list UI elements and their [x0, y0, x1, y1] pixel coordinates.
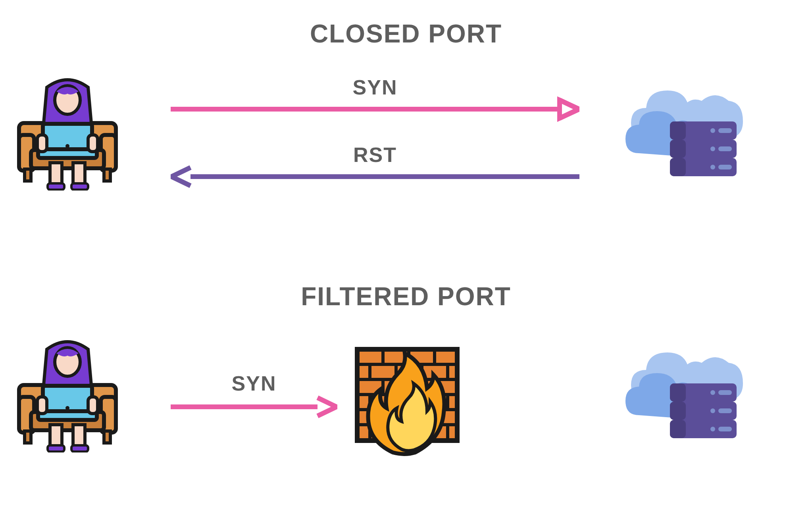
rst-label-closed: RST	[171, 143, 579, 167]
svg-rect-16	[88, 135, 98, 152]
client-icon	[12, 337, 123, 452]
svg-point-20	[710, 128, 715, 133]
svg-point-83	[710, 427, 715, 431]
rst-arrow-closed	[171, 163, 579, 191]
svg-rect-82	[718, 408, 732, 413]
svg-rect-41	[71, 445, 88, 452]
svg-rect-8	[48, 183, 64, 190]
svg-point-22	[710, 146, 715, 151]
firewall-icon	[345, 345, 464, 456]
svg-rect-27	[670, 140, 686, 158]
svg-rect-47	[37, 397, 47, 414]
syn-arrow-filtered	[171, 393, 337, 421]
svg-rect-26	[670, 121, 686, 140]
svg-rect-25	[718, 165, 732, 169]
svg-point-24	[710, 165, 715, 169]
svg-rect-40	[48, 445, 64, 452]
svg-rect-4	[25, 169, 31, 181]
svg-rect-85	[670, 383, 686, 402]
svg-rect-9	[71, 183, 88, 190]
svg-point-79	[710, 390, 715, 395]
syn-label-filtered: SYN	[171, 372, 337, 395]
svg-rect-5	[104, 169, 110, 181]
svg-point-81	[710, 408, 715, 413]
svg-rect-37	[104, 431, 110, 443]
syn-label-closed: SYN	[171, 75, 579, 99]
svg-rect-80	[718, 390, 732, 395]
svg-rect-28	[670, 158, 686, 176]
client-icon	[12, 75, 123, 191]
svg-rect-86	[670, 402, 686, 420]
svg-rect-15	[37, 135, 47, 152]
svg-rect-48	[88, 397, 98, 414]
cloud-server-icon	[623, 83, 750, 187]
svg-rect-87	[670, 420, 686, 438]
svg-rect-23	[718, 146, 732, 151]
svg-rect-36	[25, 431, 31, 443]
cloud-server-icon	[623, 345, 750, 449]
syn-arrow-closed	[171, 95, 579, 123]
closed-port-title: CLOSED PORT	[0, 19, 812, 48]
filtered-port-title: FILTERED PORT	[0, 282, 812, 311]
svg-rect-84	[718, 427, 732, 431]
svg-rect-21	[718, 128, 732, 133]
